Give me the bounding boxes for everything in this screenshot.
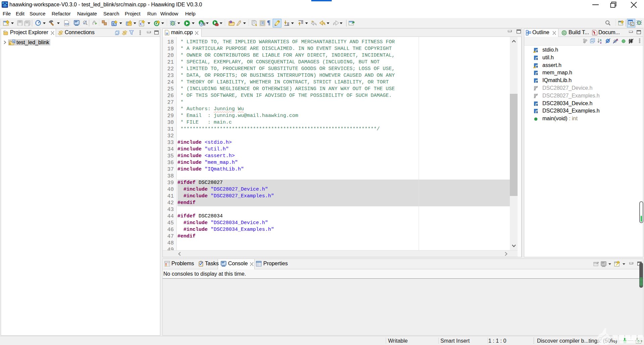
svg-text:C: C — [140, 22, 143, 26]
svg-text:C: C — [631, 23, 634, 26]
svg-text:z: z — [600, 41, 602, 44]
svg-text:¶: ¶ — [267, 19, 270, 26]
svg-text:C: C — [13, 40, 15, 43]
svg-text:.c: .c — [166, 32, 168, 35]
svg-text:010: 010 — [65, 23, 69, 25]
